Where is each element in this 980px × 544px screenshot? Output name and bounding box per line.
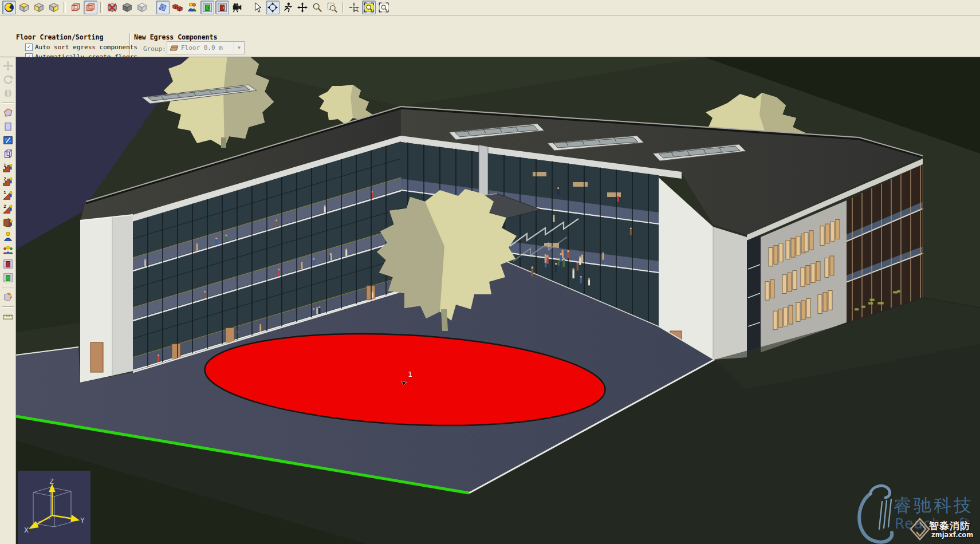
toolbar-separator (2, 103, 14, 104)
show-doors-button[interactable] (215, 1, 229, 14)
right-block-glass-strip (747, 235, 761, 358)
creation-panel-row: Floor Creation/Sorting ✓ Auto sort egres… (0, 15, 980, 57)
floor-panel-title: Floor Creation/Sorting (16, 33, 103, 41)
show-occupants-icon (187, 2, 198, 13)
show-doors-icon (217, 2, 228, 13)
select-tool-button[interactable] (251, 1, 265, 14)
auto-sort-label: Auto sort egress components (35, 44, 137, 51)
stair-tool-2-button[interactable] (1, 175, 15, 188)
stair-tool-2-icon (2, 176, 14, 187)
person-tool-button[interactable] (1, 230, 15, 243)
axis-x-label: X (24, 526, 29, 534)
mirror-tool-icon (2, 88, 14, 99)
axis-gizmo: Z X Y (18, 471, 90, 544)
wireframe-all-icon (70, 2, 81, 13)
wireframe-all-button[interactable] (69, 1, 82, 14)
zoom-fit-button[interactable] (362, 1, 376, 14)
occupant-source-tool-button[interactable] (1, 216, 15, 230)
view-front-button[interactable] (32, 1, 46, 14)
group-dropdown[interactable]: Floor 0.0 m ▼ (167, 41, 245, 54)
polygon-room-tool-icon (2, 107, 14, 119)
thin-wall-tool-button[interactable] (1, 133, 15, 147)
view-front-icon (33, 2, 45, 13)
zoom-tool-icon (312, 2, 323, 13)
exit-door-tool-icon (2, 272, 14, 283)
brand-name-cn: 睿驰科技 (894, 495, 974, 515)
view-side-button[interactable] (47, 1, 61, 14)
chevron-down-icon: ▼ (234, 42, 244, 53)
polygon-room-tool-button[interactable] (1, 106, 15, 120)
group-label: Group: (143, 45, 166, 53)
pan-tool-icon (297, 2, 308, 13)
toolbar-separator (2, 287, 14, 288)
mirror-tool-button (1, 86, 15, 100)
perspective-view-button[interactable] (2, 1, 16, 14)
measure-tool-button[interactable] (1, 310, 15, 324)
shade-dark-button[interactable] (120, 1, 134, 14)
group-tool-button[interactable] (1, 243, 15, 257)
toolbar-separator (2, 306, 14, 308)
rotate-tool-icon (2, 74, 14, 85)
region-tool-button[interactable] (1, 290, 15, 304)
rectangle-room-tool-button[interactable] (1, 120, 15, 133)
hide-geometry-button[interactable] (105, 1, 119, 14)
shade-light-icon (136, 2, 148, 13)
wireframe-shaded-icon (85, 2, 96, 13)
walkthrough-tool-icon (282, 2, 293, 13)
zoom-fit-icon (363, 2, 375, 13)
measure-tool-icon (2, 311, 14, 322)
view-top-icon (18, 2, 30, 13)
stair-tool-1-icon (2, 162, 14, 174)
marker-label: 1 (408, 370, 412, 379)
walkthrough-tool-button[interactable] (281, 1, 294, 14)
stair-tool-1-button[interactable] (1, 161, 15, 175)
view-side-icon (48, 2, 60, 13)
pan-tool-button[interactable] (296, 1, 309, 14)
extract-room-tool-button[interactable] (1, 147, 15, 161)
exit-door (90, 342, 103, 372)
show-occupants-button[interactable] (186, 1, 199, 14)
exit-door-tool-button[interactable] (1, 271, 15, 285)
show-terrain-button[interactable] (156, 1, 170, 14)
main-toolbar (0, 0, 980, 15)
badge-url: zmjaxf.com (931, 531, 973, 539)
3d-viewport[interactable]: 1 Z X Y 睿驰科技 Reachsoft (16, 57, 980, 544)
shade-light-button[interactable] (135, 1, 149, 14)
axis-y-label: Y (80, 516, 85, 525)
show-exits-icon (202, 2, 213, 13)
person-tool-icon (2, 231, 14, 242)
thin-wall-tool-icon (2, 135, 14, 146)
zoom-target-button[interactable] (347, 1, 361, 14)
wireframe-shaded-button[interactable] (84, 1, 97, 14)
group-value: Floor 0.0 m (181, 44, 223, 52)
drawing-toolbar (0, 57, 16, 544)
show-cameras-icon (231, 2, 243, 13)
rectangle-room-tool-icon (2, 121, 14, 132)
show-obstructions-icon (172, 2, 183, 13)
show-obstructions-button[interactable] (171, 1, 184, 14)
occupant-source-tool-icon (2, 217, 14, 228)
move-tool-button (1, 59, 15, 73)
region-tool-icon (2, 291, 14, 303)
zoom-tool-button[interactable] (310, 1, 324, 14)
ramp-tool-1-button[interactable] (1, 188, 15, 202)
move-tool-icon (2, 60, 14, 72)
hide-geometry-icon (107, 2, 118, 13)
rotate-tool-button (1, 73, 15, 86)
floor-icon (170, 45, 179, 51)
zoom-target-icon (348, 2, 360, 13)
ramp-tool-2-button[interactable] (1, 202, 15, 216)
auto-sort-checkbox[interactable]: ✓ (25, 44, 33, 51)
show-cameras-button[interactable] (230, 1, 244, 14)
door-tool-button[interactable] (1, 257, 15, 271)
zoom-box-tool-button[interactable] (325, 1, 339, 14)
view-top-button[interactable] (17, 1, 31, 14)
zoom-extents-button[interactable] (377, 1, 391, 14)
select-tool-icon (252, 2, 263, 13)
toolbar-separator (342, 2, 344, 13)
show-exits-button[interactable] (200, 1, 214, 14)
zoom-box-tool-icon (326, 2, 338, 13)
ramp-tool-1-icon (2, 190, 14, 201)
badge-name-cn: 智淼消防 (928, 520, 970, 531)
orbit-tool-button[interactable] (266, 1, 280, 14)
